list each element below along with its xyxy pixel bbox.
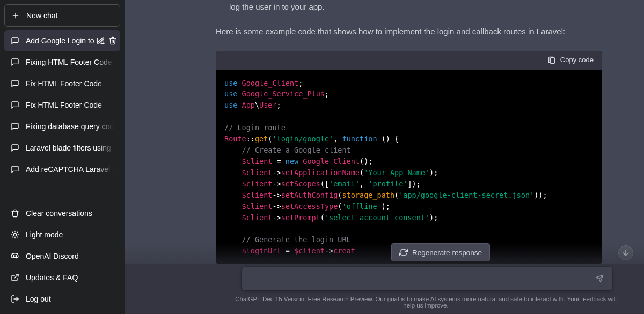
message-icon: [11, 101, 19, 109]
conversation-item[interactable]: Fixing HTML Footer Code: [4, 51, 120, 73]
footer-label: Updates & FAQ: [26, 273, 78, 282]
svg-point-2: [13, 233, 16, 236]
logout-icon: [11, 295, 19, 303]
svg-line-6: [17, 237, 18, 237]
clear-conversations-button[interactable]: Clear conversations: [4, 203, 120, 224]
svg-line-10: [17, 232, 18, 233]
send-icon: [595, 274, 604, 283]
assistant-message: log the user in to your app. Here is som…: [125, 0, 644, 264]
message-icon: [11, 122, 19, 131]
sidebar: New chat Add Google Login to La Fixing H…: [0, 0, 125, 314]
footer-label: OpenAI Discord: [26, 252, 79, 260]
assistant-paragraph: Here is some example code that shows how…: [216, 17, 602, 46]
message-input-row[interactable]: [242, 267, 612, 290]
svg-line-5: [12, 232, 13, 233]
message-input[interactable]: [250, 272, 594, 285]
copy-code-label: Copy code: [560, 54, 594, 66]
conversation-label: Fixing database query code: [26, 122, 114, 131]
code-header: Copy code: [216, 51, 602, 70]
message-icon: [11, 144, 19, 152]
conversation-item[interactable]: Fix HTML Footer Code: [4, 73, 120, 94]
clipboard-icon: [547, 56, 556, 65]
edit-icon[interactable]: [97, 36, 105, 45]
new-chat-label: New chat: [26, 11, 57, 20]
assistant-text-line: log the user in to your app.: [216, 0, 602, 17]
conversation-label: Fixing HTML Footer Code: [26, 58, 114, 66]
regenerate-label: Regenerate response: [412, 249, 482, 257]
main-area: log the user in to your app. Here is som…: [125, 0, 644, 314]
conversation-actions: [97, 36, 117, 45]
conversation-item[interactable]: Fix HTML Footer Code: [4, 94, 120, 116]
footer-label: Clear conversations: [26, 209, 92, 218]
updates-faq-button[interactable]: Updates & FAQ: [4, 267, 120, 288]
conversation-label: Fix HTML Footer Code: [26, 79, 114, 88]
conversation-item[interactable]: Add reCAPTCHA Laravel Login: [4, 159, 120, 180]
conversation-label: Laravel blade filters using Java: [26, 144, 114, 152]
message-icon: [11, 79, 19, 88]
version-link[interactable]: ChatGPT Dec 15 Version: [235, 296, 304, 302]
svg-line-11: [14, 274, 18, 278]
footer-disclaimer: ChatGPT Dec 15 Version. Free Research Pr…: [229, 296, 623, 309]
svg-rect-13: [550, 57, 554, 63]
discord-button[interactable]: OpenAI Discord: [4, 245, 120, 267]
message-icon: [11, 165, 19, 174]
conversation-label: Fix HTML Footer Code: [26, 101, 114, 109]
disclaimer-text: . Free Research Preview. Our goal is to …: [304, 296, 617, 309]
code-block: Copy code use Google_Client; use Google_…: [216, 51, 602, 265]
new-chat-button[interactable]: New chat: [4, 4, 120, 27]
trash-icon: [11, 209, 19, 218]
plus-icon: [11, 11, 20, 20]
send-button[interactable]: [594, 273, 605, 284]
input-area: Regenerate response ChatGPT Dec 15 Versi…: [125, 243, 644, 314]
conversation-item[interactable]: Laravel blade filters using Java: [4, 137, 120, 159]
sun-icon: [11, 230, 19, 239]
code-body: use Google_Client; use Google_Service_Pl…: [216, 70, 602, 265]
discord-icon: [11, 252, 19, 260]
conversation-label: Add reCAPTCHA Laravel Login: [26, 165, 114, 174]
svg-line-9: [12, 237, 13, 237]
log-out-button[interactable]: Log out: [4, 288, 120, 310]
regenerate-button[interactable]: Regenerate response: [391, 243, 490, 261]
footer-label: Light mode: [26, 230, 63, 239]
external-link-icon: [11, 273, 19, 282]
message-icon: [11, 36, 19, 45]
copy-code-button[interactable]: Copy code: [547, 54, 594, 66]
refresh-icon: [399, 248, 408, 257]
footer-label: Log out: [26, 295, 51, 303]
conversation-item[interactable]: Fixing database query code: [4, 116, 120, 137]
conversation-item[interactable]: Add Google Login to La: [4, 30, 120, 51]
sidebar-footer: Clear conversations Light mode OpenAI Di…: [4, 200, 120, 310]
message-icon: [11, 58, 19, 66]
trash-icon[interactable]: [108, 36, 117, 45]
conversation-list: Add Google Login to La Fixing HTML Foote…: [4, 30, 120, 200]
light-mode-button[interactable]: Light mode: [4, 224, 120, 245]
